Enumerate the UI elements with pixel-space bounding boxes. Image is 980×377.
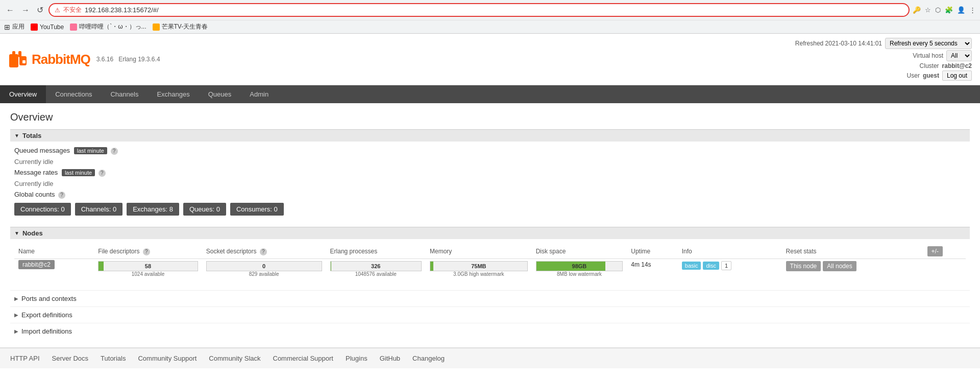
nav-item-queues[interactable]: Queues <box>199 85 241 103</box>
message-rates-badge: last minute <box>62 169 95 176</box>
nodes-table: Name File descriptors ? Socket descripto… <box>14 244 966 279</box>
memory-sub: 3.0GB high watermark <box>430 271 528 277</box>
bookmark-bilibili[interactable]: 哔哩哔哩（`・ω・）っ... <box>70 22 146 31</box>
totals-header[interactable]: ▼ Totals <box>10 129 970 142</box>
message-rates-help-icon[interactable]: ? <box>99 170 106 177</box>
erlang-version: Erlang 19.3.6.4 <box>118 56 160 63</box>
import-header[interactable]: ▶ Import definitions <box>14 327 966 335</box>
bookmark-mango[interactable]: 芒果TV-天生青春 <box>153 22 208 31</box>
plus-minus-button[interactable]: +/- <box>927 246 943 256</box>
totals-label: Totals <box>22 132 41 139</box>
footer-link-github[interactable]: GitHub <box>380 355 400 362</box>
uptime-cell: 4m 14s <box>627 259 678 279</box>
node-name-badge: rabbit@c2 <box>18 260 55 269</box>
erlang-sub: 1048576 available <box>330 271 422 277</box>
import-section: ▶ Import definitions <box>10 323 970 339</box>
key-icon: 🔑 <box>913 6 921 14</box>
reload-button[interactable]: ↺ <box>35 4 45 16</box>
footer: HTTP API Server Docs Tutorials Community… <box>0 347 980 368</box>
nav-item-connections[interactable]: Connections <box>46 85 101 103</box>
info-disc-badge[interactable]: disc <box>703 262 719 270</box>
nodes-header[interactable]: ▼ Nodes <box>10 227 970 239</box>
export-section: ▶ Export definitions <box>10 307 970 323</box>
file-desc-help-icon[interactable]: ? <box>143 248 150 255</box>
global-counts-help-icon[interactable]: ? <box>58 192 65 199</box>
extension-icon[interactable]: ⬡ <box>935 6 941 14</box>
footer-link-changelog[interactable]: Changelog <box>412 355 445 362</box>
nodes-arrow-icon: ▼ <box>14 230 19 236</box>
nodes-section: ▼ Nodes Name File descriptors ? Socket d… <box>10 227 970 284</box>
user-row: User guest Log out <box>907 70 972 81</box>
nodes-label: Nodes <box>22 229 43 237</box>
nav-item-overview[interactable]: Overview <box>0 85 46 103</box>
footer-link-server-docs[interactable]: Server Docs <box>52 355 89 362</box>
nav-bar: Overview Connections Channels Exchanges … <box>0 85 980 103</box>
ports-header[interactable]: ▶ Ports and contexts <box>14 295 966 302</box>
mango-icon <box>153 23 160 31</box>
profile-icon[interactable]: 👤 <box>957 6 965 14</box>
counts-row: Connections: 0 Channels: 0 Exchanges: 8 … <box>14 203 966 216</box>
page-title: Overview <box>10 111 970 123</box>
all-nodes-button[interactable]: All nodes <box>823 261 856 271</box>
message-rates-label: Message rates <box>14 169 58 176</box>
channels-count-btn[interactable]: Channels: 0 <box>75 203 122 216</box>
footer-link-tutorials[interactable]: Tutorials <box>101 355 126 362</box>
cluster-label: Cluster <box>920 62 939 69</box>
bookmark-youtube[interactable]: YouTube <box>31 23 64 31</box>
reset-buttons: This node All nodes <box>786 261 919 271</box>
footer-link-community-slack[interactable]: Community Slack <box>209 355 260 362</box>
import-arrow-icon: ▶ <box>14 328 18 334</box>
nav-item-admin[interactable]: Admin <box>240 85 278 103</box>
currently-idle-1: Currently idle <box>14 158 966 166</box>
erlang-cell: 326 1048576 available <box>326 259 426 279</box>
logout-button[interactable]: Log out <box>942 70 972 81</box>
footer-link-plugins[interactable]: Plugins <box>346 355 368 362</box>
node-name-cell: rabbit@c2 <box>14 259 94 279</box>
back-button[interactable]: ← <box>4 5 16 16</box>
file-desc-value: 58 <box>99 261 198 271</box>
global-counts-row: Global counts ? <box>14 191 966 199</box>
queued-messages-row: Queued messages last minute ? <box>14 147 966 155</box>
col-disk: Disk space <box>532 244 627 259</box>
col-socket-desc: Socket descriptors ? <box>202 244 326 259</box>
nav-item-exchanges[interactable]: Exchanges <box>148 85 199 103</box>
socket-desc-help-icon[interactable]: ? <box>260 248 267 255</box>
file-desc-sub: 1024 available <box>98 271 198 277</box>
bookmark-apps[interactable]: ⊞ 应用 <box>4 22 24 31</box>
info-basic-badge[interactable]: basic <box>682 262 701 270</box>
export-header[interactable]: ▶ Export definitions <box>14 311 966 319</box>
vhost-select[interactable]: All <box>946 50 972 61</box>
mango-label: 芒果TV-天生青春 <box>162 22 208 31</box>
browser-icons: 🔑 ☆ ⬡ 🧩 👤 ⋮ <box>913 6 976 14</box>
totals-content: Queued messages last minute ? Currently … <box>10 142 970 221</box>
consumers-count-btn[interactable]: Consumers: 0 <box>230 203 284 216</box>
logo-section: RabbitMQ 3.6.16 Erlang 19.3.6.4 <box>8 49 160 69</box>
erlang-bar: 326 <box>330 261 422 271</box>
this-node-button[interactable]: This node <box>786 261 821 271</box>
file-desc-cell: 58 1024 available <box>94 259 202 279</box>
footer-link-community-support[interactable]: Community Support <box>138 355 197 362</box>
footer-link-http-api[interactable]: HTTP API <box>10 355 40 362</box>
yt-icon <box>31 23 38 31</box>
refresh-select[interactable]: Refresh every 5 seconds Refresh every 10… <box>885 38 972 49</box>
menu-icon[interactable]: ⋮ <box>969 6 976 14</box>
queued-help-icon[interactable]: ? <box>111 148 118 155</box>
info-cell: basic disc 1 <box>678 259 782 279</box>
star-icon[interactable]: ☆ <box>925 6 931 14</box>
youtube-label: YouTube <box>40 23 64 31</box>
socket-desc-sub: 829 available <box>206 271 322 277</box>
address-bar[interactable]: ⚠ 不安全 192.168.238.13:15672/#/ <box>48 3 910 17</box>
socket-desc-bar: 0 <box>206 261 322 271</box>
nodes-content: Name File descriptors ? Socket descripto… <box>10 239 970 284</box>
memory-value: 75MB <box>430 261 527 271</box>
bili-icon <box>70 23 77 31</box>
forward-button[interactable]: → <box>19 5 32 16</box>
puzzle-icon[interactable]: 🧩 <box>945 6 953 14</box>
connections-count-btn[interactable]: Connections: 0 <box>14 203 71 216</box>
queues-count-btn[interactable]: Queues: 0 <box>183 203 226 216</box>
footer-link-commercial-support[interactable]: Commercial Support <box>273 355 334 362</box>
bilibili-label: 哔哩哔哩（`・ω・）っ... <box>79 22 146 31</box>
nav-item-channels[interactable]: Channels <box>101 85 148 103</box>
queued-messages-label: Queued messages <box>14 147 70 154</box>
exchanges-count-btn[interactable]: Exchanges: 8 <box>127 203 179 216</box>
